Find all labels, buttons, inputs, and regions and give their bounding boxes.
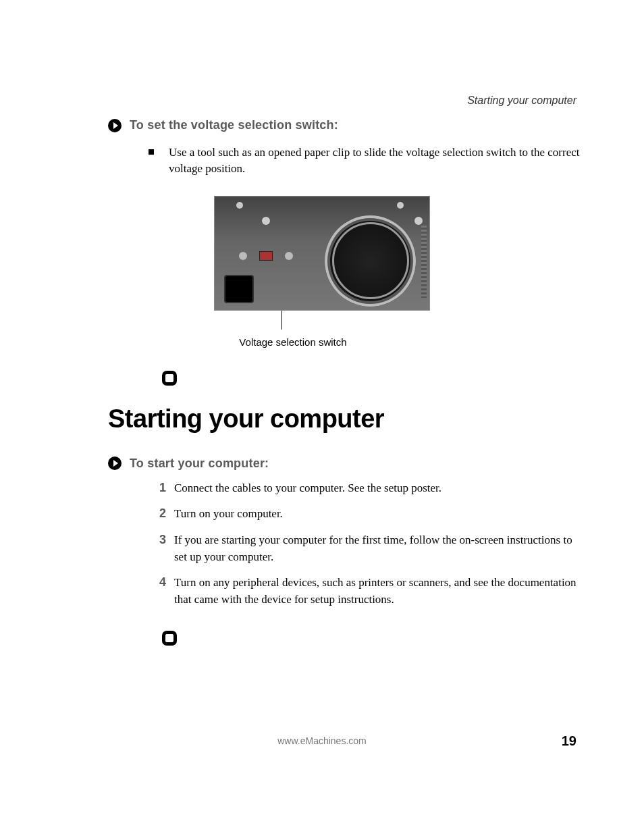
callout-line bbox=[281, 311, 282, 330]
footer-url: www.eMachines.com bbox=[277, 735, 367, 746]
fan-grill-icon bbox=[325, 215, 416, 307]
figure: Voltage selection switch bbox=[61, 196, 583, 348]
step-number: 2 bbox=[147, 506, 166, 521]
step-text: Connect the cables to your computer. See… bbox=[174, 480, 441, 497]
step-text: Turn on your computer. bbox=[174, 506, 283, 523]
bullet-text: Use a tool such as an opened paper clip … bbox=[169, 145, 583, 177]
screw-icon bbox=[239, 252, 247, 260]
screw-hole-icon bbox=[236, 202, 243, 209]
footer: www.eMachines.com bbox=[0, 735, 644, 746]
play-icon bbox=[108, 457, 122, 470]
play-icon bbox=[108, 119, 122, 132]
page-title: Starting your computer bbox=[108, 405, 583, 434]
step-number: 1 bbox=[147, 481, 166, 495]
list-item: 1 Connect the cables to your computer. S… bbox=[147, 480, 583, 497]
page: Starting your computer To set the voltag… bbox=[0, 0, 644, 834]
power-supply-illustration bbox=[214, 196, 430, 311]
list-item: 4 Turn on any peripheral devices, such a… bbox=[147, 575, 583, 608]
start-heading: To start your computer: bbox=[130, 457, 269, 471]
step-text: Turn on any peripheral devices, such as … bbox=[174, 575, 583, 608]
power-socket-icon bbox=[224, 275, 254, 303]
list-item: 3 If you are starting your computer for … bbox=[147, 532, 583, 565]
running-head: Starting your computer bbox=[467, 95, 576, 107]
task-heading-row: To set the voltage selection switch: bbox=[108, 118, 583, 132]
voltage-switch-icon bbox=[259, 251, 273, 261]
bullet-item: Use a tool such as an opened paper clip … bbox=[149, 145, 583, 177]
screw-icon bbox=[285, 252, 293, 260]
step-number: 4 bbox=[147, 575, 166, 590]
end-of-procedure-icon bbox=[162, 371, 177, 386]
square-bullet-icon bbox=[149, 149, 154, 155]
screw-icon bbox=[262, 217, 270, 225]
step-number: 3 bbox=[147, 533, 166, 547]
end-of-procedure-icon bbox=[162, 631, 177, 646]
task-heading-row: To start your computer: bbox=[108, 457, 583, 471]
list-item: 2 Turn on your computer. bbox=[147, 506, 583, 523]
start-section: To start your computer: 1 Connect the ca… bbox=[61, 457, 583, 646]
vent-lines-icon bbox=[421, 224, 427, 298]
voltage-section: To set the voltage selection switch: Use… bbox=[61, 118, 583, 386]
screw-hole-icon bbox=[397, 202, 404, 209]
step-text: If you are starting your computer for th… bbox=[174, 532, 583, 565]
voltage-heading: To set the voltage selection switch: bbox=[130, 118, 338, 132]
figure-caption: Voltage selection switch bbox=[3, 336, 583, 348]
voltage-switch-area bbox=[239, 249, 293, 263]
page-number: 19 bbox=[562, 733, 576, 749]
